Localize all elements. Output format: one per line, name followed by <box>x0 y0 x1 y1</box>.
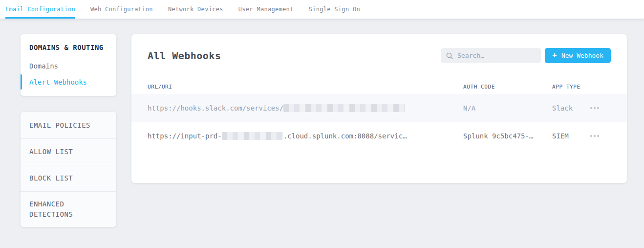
tab-user-management[interactable]: User Management <box>238 0 294 19</box>
webhook-app-type: Slack <box>552 104 573 112</box>
active-item-indicator <box>21 74 22 90</box>
webhook-app-type-cell: Slack <box>552 104 627 112</box>
webhook-auth-code: Splunk 9c5bc475-… <box>463 132 552 140</box>
domains-routing-card: DOMAINS & ROUTING Domains Alert Webhooks <box>21 34 116 96</box>
row-actions-ellipsis-icon[interactable] <box>589 104 600 112</box>
panel-header: All Webhooks + New Webhook <box>131 34 627 63</box>
sidebar-section-title: DOMAINS & ROUTING <box>21 41 116 54</box>
sidebar-item-domains[interactable]: Domains <box>21 58 116 74</box>
top-navigation: Email Configuration Web Configuration Ne… <box>0 0 644 19</box>
tab-network-devices[interactable]: Network Devices <box>168 0 223 19</box>
sidebar-item-allow-list[interactable]: ALLOW LIST <box>21 138 116 165</box>
table-row: https://hooks.slack.com/services/ N/A Sl… <box>131 94 627 122</box>
column-header-auth-code: AUTH CODE <box>463 84 552 90</box>
tab-email-configuration[interactable]: Email Configuration <box>5 0 75 19</box>
plus-icon: + <box>552 51 557 59</box>
settings-sidebar: DOMAINS & ROUTING Domains Alert Webhooks… <box>21 34 116 227</box>
page-title: All Webhooks <box>148 50 221 62</box>
column-header-app-type: APP TYPE <box>552 84 627 90</box>
row-actions-ellipsis-icon[interactable] <box>589 132 600 140</box>
webhook-url: https://input-prd-.cloud.splunk.com:8088… <box>148 132 463 140</box>
search-box <box>441 48 541 63</box>
sidebar-item-label: Alert Webhooks <box>29 78 87 86</box>
table-row: https://input-prd-.cloud.splunk.com:8088… <box>131 122 627 150</box>
new-webhook-button-label: New Webhook <box>561 52 603 59</box>
tab-web-configuration[interactable]: Web Configuration <box>90 0 153 19</box>
sidebar-item-email-policies[interactable]: EMAIL POLICIES <box>21 112 116 138</box>
sidebar-sections-card: EMAIL POLICIES ALLOW LIST BLOCK LIST ENH… <box>21 112 116 227</box>
page-body: DOMAINS & ROUTING Domains Alert Webhooks… <box>0 19 644 227</box>
redacted-url-segment <box>283 104 405 112</box>
webhook-app-type: SIEM <box>552 132 569 140</box>
webhooks-panel: All Webhooks + New Webhook URL/URI AUTH … <box>131 34 627 183</box>
sidebar-item-block-list[interactable]: BLOCK LIST <box>21 165 116 191</box>
tab-single-sign-on[interactable]: Single Sign On <box>309 0 360 19</box>
search-icon <box>446 52 453 59</box>
redacted-url-segment <box>222 132 283 140</box>
webhook-auth-code: N/A <box>463 104 552 112</box>
sidebar-item-enhanced-detections[interactable]: ENHANCED DETECTIONS <box>21 191 116 227</box>
search-input[interactable] <box>457 52 536 59</box>
new-webhook-button[interactable]: + New Webhook <box>545 48 611 63</box>
webhook-url: https://hooks.slack.com/services/ <box>148 104 463 112</box>
sidebar-item-alert-webhooks[interactable]: Alert Webhooks <box>21 74 116 90</box>
column-header-url: URL/URI <box>148 84 463 90</box>
table-header-row: URL/URI AUTH CODE APP TYPE <box>131 79 627 94</box>
webhook-app-type-cell: SIEM <box>552 132 627 140</box>
